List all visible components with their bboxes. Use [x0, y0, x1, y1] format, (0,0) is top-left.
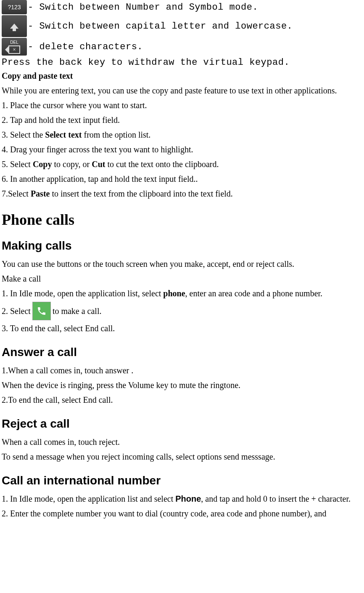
- step5-mid: to copy, or: [52, 160, 92, 169]
- making-calls-title: Making calls: [2, 239, 362, 253]
- backspace-icon: ×: [8, 45, 20, 54]
- step5-bold1: Copy: [33, 160, 52, 169]
- del-key-icon: DEL ×: [2, 38, 27, 56]
- copypaste-step6: 6. In another application, tap and hold …: [2, 173, 362, 186]
- numsym-key-row: ?123 - Switch between Number and Symbol …: [2, 0, 362, 14]
- making-step2: 2. Select to make a call.: [2, 302, 362, 320]
- copypaste-heading: Copy and paste text: [2, 69, 362, 82]
- making-intro: You can use the buttons or the touch scr…: [2, 258, 362, 271]
- shift-arrow-icon: [10, 24, 18, 29]
- shift-desc: - Switch between capital letter and lowe…: [28, 21, 293, 32]
- step5-post: to cut the text onto the clipboard.: [105, 160, 219, 169]
- making-s1-post: , enter an area code and a phone number.: [185, 289, 323, 298]
- step5-pre: 5. Select: [2, 160, 33, 169]
- making-s1-pre: 1. In Idle mode, open the application li…: [2, 289, 163, 298]
- making-s1-bold: phone: [163, 289, 185, 298]
- make-a-call-label: Make a call: [2, 272, 362, 285]
- shift-key-icon: [2, 15, 27, 37]
- copypaste-step7: 7.Select Paste to insert the text from t…: [2, 187, 362, 200]
- intl-step1: 1. In Idle mode, open the application li…: [2, 492, 362, 505]
- numsym-desc: - Switch between Number and Symbol mode.: [28, 2, 258, 13]
- step3-post: from the option list.: [82, 130, 150, 139]
- reject-step2: To send a message when you reject incomi…: [2, 450, 362, 463]
- intl-s1-post: , and tap and hold 0 to insert the + cha…: [201, 494, 351, 503]
- making-step1: 1. In Idle mode, open the application li…: [2, 287, 362, 300]
- numsym-key-icon: ?123: [2, 0, 27, 14]
- intl-number-title: Call an international number: [2, 474, 362, 487]
- making-s2-pre: 2. Select: [2, 305, 31, 318]
- reject-call-title: Reject a call: [2, 417, 362, 431]
- reject-step1: When a call comes in, touch reject.: [2, 436, 362, 449]
- copypaste-intro: While you are entering text, you can use…: [2, 84, 362, 97]
- step3-pre: 3. Select the: [2, 130, 45, 139]
- intl-step2: 2. Enter the complete number you want to…: [2, 507, 362, 520]
- copypaste-step2: 2. Tap and hold the text input field.: [2, 114, 362, 127]
- step7-post: to insert the text from the clipboard in…: [50, 189, 232, 198]
- del-label: DEL: [10, 40, 18, 45]
- copypaste-step4: 4. Drag your finger across the text you …: [2, 143, 362, 156]
- intl-s1-pre: 1. In Idle mode, open the application li…: [2, 494, 175, 503]
- making-s2-post: to make a call.: [53, 305, 102, 318]
- making-step3: 3. To end the call, select End call.: [2, 322, 362, 335]
- step7-pre: 7.Select: [2, 189, 31, 198]
- answer-step1: 1.When a call comes in, touch answer .: [2, 364, 362, 377]
- copypaste-step3: 3. Select the Select text from the optio…: [2, 128, 362, 141]
- withdraw-keypad-text: Press the back key to withdraw the virtu…: [2, 57, 362, 68]
- step7-bold: Paste: [31, 189, 50, 198]
- copypaste-step1: 1. Place the cursor where you want to st…: [2, 99, 362, 112]
- step5-bold2: Cut: [92, 160, 105, 169]
- answer-step3: 2.To end the call, select End call.: [2, 394, 362, 407]
- answer-call-title: Answer a call: [2, 346, 362, 359]
- answer-step2: When the device is ringing, press the Vo…: [2, 379, 362, 392]
- phone-calls-title: Phone calls: [2, 211, 362, 229]
- copypaste-step5: 5. Select Copy to copy, or Cut to cut th…: [2, 158, 362, 171]
- shift-key-row: - Switch between capital letter and lowe…: [2, 15, 362, 37]
- call-icon: [32, 302, 51, 320]
- step3-bold: Select text: [45, 130, 82, 139]
- intl-s1-bold: Phone: [175, 494, 201, 503]
- del-desc: - delete characters.: [28, 42, 143, 52]
- del-key-row: DEL × - delete characters.: [2, 38, 362, 56]
